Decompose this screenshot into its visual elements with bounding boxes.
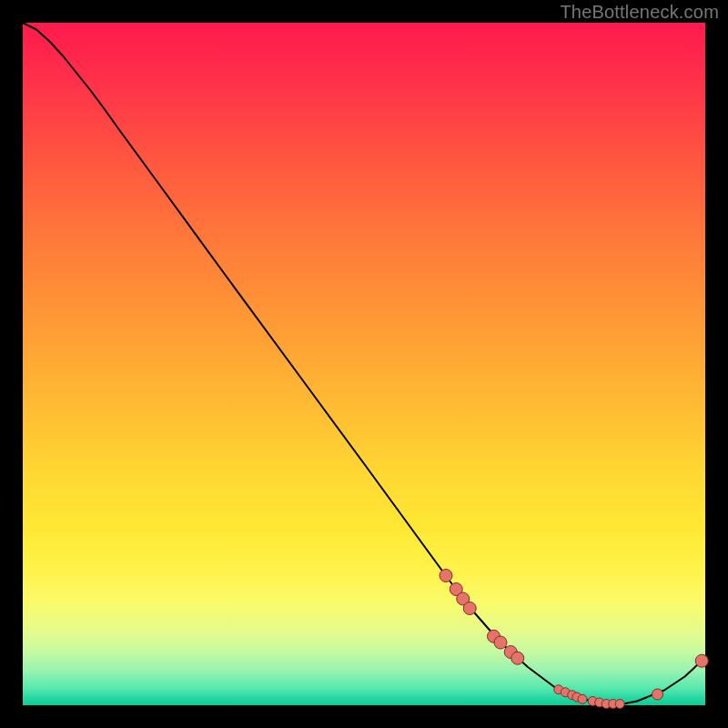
curve-marker [652,689,663,700]
curve-marker [494,636,507,649]
curve-marker [511,652,524,664]
curve-marker [695,654,708,667]
bottleneck-curve [23,23,705,704]
curve-marker [615,700,624,709]
chart-overlay [23,23,705,705]
curve-marker [578,694,587,703]
chart-stage: TheBottleneck.com [0,0,728,728]
plot-area [23,23,705,705]
curve-marker [440,570,452,582]
curve-marker [463,602,476,615]
watermark-text: TheBottleneck.com [560,2,719,23]
